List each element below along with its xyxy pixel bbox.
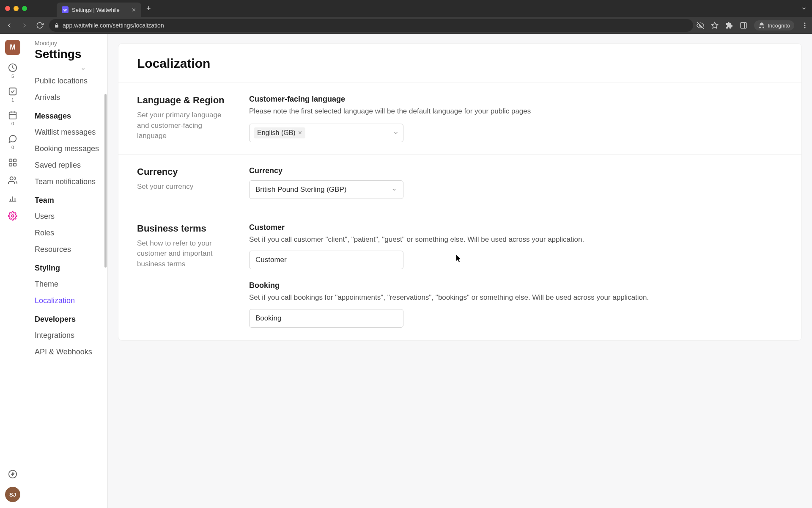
scrollbar-thumb[interactable]	[104, 94, 107, 268]
nav-item-arrivals[interactable]: Arrivals	[35, 89, 107, 106]
nav-item-theme[interactable]: Theme	[35, 276, 107, 293]
card-title: Localization	[137, 56, 783, 71]
settings-content: Localization Language & Region Set your …	[108, 34, 812, 508]
nav-heading-messages: Messages	[35, 106, 107, 124]
nav-item-api-webhooks[interactable]: API & Webhooks	[35, 344, 107, 360]
rail-apps[interactable]	[5, 157, 20, 168]
forward-button[interactable]	[19, 19, 30, 31]
lock-icon	[54, 23, 59, 28]
check-square-icon	[8, 86, 18, 97]
window-maximize-button[interactable]	[22, 6, 27, 11]
svg-point-5	[804, 25, 806, 26]
page-title: Settings	[35, 47, 107, 61]
nav-heading-team: Team	[35, 190, 107, 208]
breadcrumb[interactable]: Moodjoy	[35, 40, 107, 47]
rail-chat[interactable]: 0	[5, 134, 20, 150]
clock-icon	[8, 63, 18, 73]
tab-title: Settings | Waitwhile	[72, 7, 120, 13]
currency-value: British Pound Sterling (GBP)	[255, 185, 346, 194]
field-label-currency: Currency	[249, 166, 783, 175]
user-avatar[interactable]: SJ	[5, 487, 20, 502]
section-title-business-terms: Business terms	[137, 223, 232, 234]
booking-term-input[interactable]	[249, 309, 403, 328]
chevron-down-icon	[393, 130, 399, 136]
sidepanel-icon[interactable]	[740, 22, 747, 29]
field-note-customer-language: Please note the first selected language …	[249, 106, 783, 117]
grid-icon	[8, 157, 18, 168]
field-label-booking: Booking	[249, 281, 783, 290]
browser-tab[interactable]: w Settings | Waitwhile ✕	[57, 3, 141, 17]
nav-heading-developers: Developers	[35, 309, 107, 327]
rail-calendar[interactable]: 0	[5, 110, 20, 126]
language-chip-label: English (GB)	[257, 129, 296, 137]
gear-icon	[8, 211, 18, 221]
language-chip: English (GB) ×	[254, 127, 305, 138]
rail-chat-badge: 0	[11, 145, 14, 150]
back-button[interactable]	[3, 19, 15, 31]
sidebar-scrollbar[interactable]	[104, 54, 107, 508]
incognito-badge[interactable]: Incognito	[754, 20, 794, 30]
nav-item-team-notifications[interactable]: Team notifications	[35, 174, 107, 190]
nav-item-roles[interactable]: Roles	[35, 225, 107, 241]
field-label-customer-language: Customer-facing language	[249, 95, 783, 104]
rail-analytics[interactable]	[5, 193, 20, 203]
nav-item-booking-messages[interactable]: Booking messages	[35, 141, 107, 157]
reload-button[interactable]	[34, 19, 46, 31]
nav-item-public-locations[interactable]: Public locations	[35, 73, 107, 89]
rail-activity[interactable]	[5, 469, 20, 479]
field-label-customer: Customer	[249, 223, 783, 232]
section-title-language: Language & Region	[137, 95, 232, 106]
field-note-booking: Set if you call bookings for "appointmen…	[249, 293, 783, 303]
nav-item-integrations[interactable]: Integrations	[35, 327, 107, 344]
nav-item-resources[interactable]: Resources	[35, 241, 107, 258]
section-currency: Currency Set your currency Currency Brit…	[137, 166, 783, 199]
svg-marker-1	[712, 22, 718, 28]
extensions-icon[interactable]	[725, 22, 733, 29]
svg-rect-15	[9, 163, 12, 166]
nav-item-users[interactable]: Users	[35, 208, 107, 225]
divider	[118, 83, 801, 83]
kebab-menu-icon[interactable]	[801, 22, 809, 29]
rail-settings[interactable]	[5, 211, 20, 221]
window-close-button[interactable]	[5, 6, 10, 11]
incognito-icon	[758, 22, 765, 29]
nav-item-localization[interactable]: Localization	[35, 293, 107, 309]
incognito-label: Incognito	[768, 22, 790, 29]
tab-close-button[interactable]: ✕	[132, 7, 136, 13]
section-title-currency: Currency	[137, 166, 232, 177]
section-desc-currency: Set your currency	[137, 182, 232, 192]
svg-rect-9	[9, 112, 16, 119]
section-desc-business-terms: Set how to refer to your customer and im…	[137, 238, 232, 270]
svg-rect-8	[9, 88, 16, 95]
browser-address-bar: app.waitwhile.com/settings/localization …	[0, 17, 812, 34]
svg-rect-2	[741, 22, 746, 28]
localization-card: Localization Language & Region Set your …	[118, 43, 802, 341]
svg-rect-13	[9, 159, 12, 162]
field-note-customer: Set if you call customer "client", "pati…	[249, 235, 783, 245]
language-multiselect[interactable]: English (GB) ×	[249, 124, 403, 142]
tabs-overflow-icon[interactable]	[801, 6, 807, 11]
nav-item-waitlist-messages[interactable]: Waitlist messages	[35, 124, 107, 141]
chip-remove-button[interactable]: ×	[298, 129, 302, 137]
window-minimize-button[interactable]	[14, 6, 19, 11]
nav-item-online-booking[interactable]: Online booking	[35, 69, 107, 73]
nav-item-saved-replies[interactable]: Saved replies	[35, 157, 107, 174]
url-input[interactable]: app.waitwhile.com/settings/localization	[49, 19, 693, 32]
svg-rect-14	[14, 159, 16, 162]
bookmark-star-icon[interactable]	[711, 22, 719, 29]
rail-users[interactable]	[5, 175, 20, 185]
currency-select[interactable]: British Pound Sterling (GBP)	[249, 180, 403, 199]
lightning-icon	[8, 469, 18, 479]
calendar-icon	[8, 110, 18, 120]
rail-checkin[interactable]: 1	[5, 86, 20, 102]
window-controls	[5, 6, 27, 11]
org-avatar[interactable]: M	[5, 40, 20, 55]
browser-tab-bar: w Settings | Waitwhile ✕ +	[0, 0, 812, 17]
tab-favicon: w	[62, 6, 69, 13]
new-tab-button[interactable]: +	[146, 4, 151, 13]
settings-nav-sidebar: Moodjoy Settings Online booking Public l…	[25, 34, 108, 508]
rail-clock[interactable]: 5	[5, 63, 20, 79]
chat-icon	[8, 134, 18, 144]
eye-off-icon[interactable]	[697, 22, 704, 29]
customer-term-input[interactable]	[249, 251, 403, 269]
